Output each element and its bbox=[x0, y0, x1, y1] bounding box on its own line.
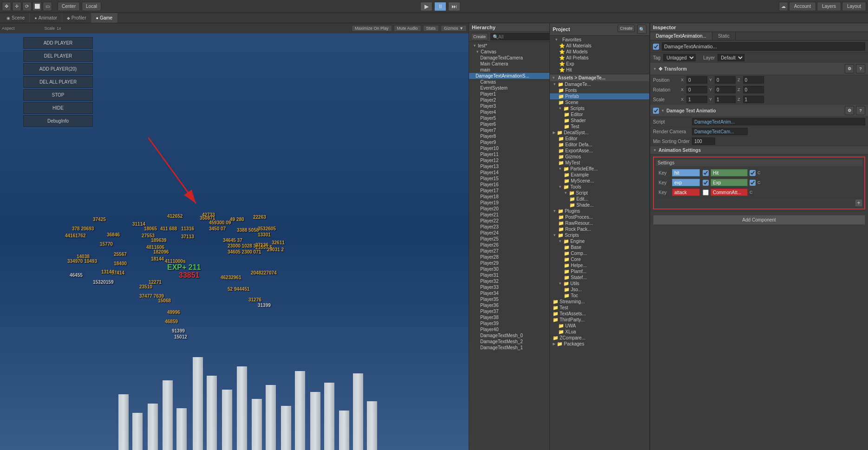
project-comp[interactable]: 📁Comp... bbox=[550, 250, 649, 256]
hierarchy-item-player7[interactable]: Player7 bbox=[469, 127, 549, 133]
favorites-allmod[interactable]: ⭐All Models bbox=[552, 49, 647, 55]
layout-tab[interactable]: Layout bbox=[842, 2, 866, 11]
hierarchy-item-player16[interactable]: Player16 bbox=[469, 182, 549, 188]
project-editor1[interactable]: 📁Editor bbox=[550, 111, 649, 117]
hierarchy-item-player2[interactable]: Player2 bbox=[469, 97, 549, 103]
anim-value-exp[interactable] bbox=[711, 179, 748, 186]
damage-anim-menu-icon[interactable]: ⚙ bbox=[845, 106, 854, 115]
add-player-btn[interactable]: ADD PLAYER bbox=[23, 37, 93, 49]
anim-checkbox-hit[interactable] bbox=[750, 170, 756, 176]
debug-info-btn[interactable]: DebugInfo bbox=[23, 115, 93, 127]
project-streaming[interactable]: 📁Streaming... bbox=[550, 299, 649, 305]
layer-select[interactable]: Default bbox=[718, 54, 744, 61]
min-sort-field[interactable] bbox=[692, 137, 715, 145]
insp-tab-static[interactable]: Static bbox=[712, 32, 736, 40]
project-postproc[interactable]: 📁PostProces... bbox=[550, 214, 649, 220]
anim-settings-section[interactable]: ▼ Animation Settings bbox=[650, 146, 868, 155]
project-uwa[interactable]: 📁UWA bbox=[550, 323, 649, 329]
hierarchy-item-player33[interactable]: Player33 bbox=[469, 284, 549, 290]
hierarchy-item-canvas1[interactable]: ▼Canvas bbox=[469, 49, 549, 55]
project-engine[interactable]: ▼📁Engine bbox=[550, 238, 649, 244]
project-textassets[interactable]: 📁TextAssets... bbox=[550, 311, 649, 317]
favorites-exp[interactable]: ⭐Exp bbox=[552, 61, 647, 67]
position-y[interactable] bbox=[715, 76, 736, 84]
script-field[interactable] bbox=[692, 118, 865, 125]
hierarchy-item-main[interactable]: main bbox=[469, 67, 549, 73]
damage-anim-checkbox[interactable] bbox=[653, 108, 659, 114]
project-core[interactable]: 📁Core bbox=[550, 256, 649, 262]
cloud-icon[interactable]: ☁ bbox=[779, 2, 788, 11]
tab-animator[interactable]: ●Animator bbox=[30, 13, 62, 23]
project-toc[interactable]: 📁Toc bbox=[550, 293, 649, 299]
hierarchy-item-damagemesh0[interactable]: DamageTextMesh_0 bbox=[469, 333, 549, 339]
project-prefab[interactable]: 📁Prefab bbox=[550, 93, 649, 99]
hierarchy-item-player12[interactable]: Player12 bbox=[469, 157, 549, 163]
hierarchy-item-player32[interactable]: Player32 bbox=[469, 278, 549, 284]
move-tool[interactable]: ✛ bbox=[12, 2, 21, 11]
hierarchy-item-player11[interactable]: Player11 bbox=[469, 151, 549, 157]
project-thirdparty[interactable]: 📁ThirdParty... bbox=[550, 317, 649, 323]
hierarchy-item-player38[interactable]: Player38 bbox=[469, 314, 549, 320]
hierarchy-item-player5[interactable]: Player5 bbox=[469, 115, 549, 121]
scale-z[interactable] bbox=[743, 96, 764, 103]
hierarchy-item-player40[interactable]: Player40 bbox=[469, 326, 549, 333]
favorites-allpre[interactable]: ⭐All Prefabs bbox=[552, 55, 647, 61]
project-myscene[interactable]: 📁MyScene... bbox=[550, 178, 649, 184]
project-test1[interactable]: 📁Test bbox=[550, 124, 649, 130]
hierarchy-item-player21[interactable]: Player21 bbox=[469, 212, 549, 218]
hierarchy-item-player15[interactable]: Player15 bbox=[469, 176, 549, 182]
stop-btn[interactable]: STOP bbox=[23, 89, 93, 101]
key-input-attack[interactable] bbox=[672, 189, 700, 196]
tree-root[interactable]: ▼test* bbox=[469, 43, 549, 49]
add-key-btn[interactable]: + bbox=[855, 199, 862, 207]
hierarchy-item-maincamera[interactable]: Main Camera bbox=[469, 61, 549, 67]
hierarchy-item-damagemesh2[interactable]: DamageTextMesh_2 bbox=[469, 339, 549, 345]
hierarchy-item-player8[interactable]: Player8 bbox=[469, 133, 549, 139]
rotation-y[interactable] bbox=[715, 86, 736, 93]
hide-btn[interactable]: HIDE bbox=[23, 102, 93, 114]
project-jso[interactable]: 📁Jso... bbox=[550, 287, 649, 293]
anim-value-attack[interactable] bbox=[711, 189, 748, 196]
rect-tool[interactable]: ▭ bbox=[43, 2, 52, 11]
stats-btn[interactable]: Stats bbox=[423, 25, 439, 32]
position-z[interactable] bbox=[743, 76, 764, 84]
project-mytest[interactable]: 📁MyTest bbox=[550, 160, 649, 166]
project-scripts2[interactable]: ▼📁Scripts bbox=[550, 232, 649, 238]
hierarchy-item-player37[interactable]: Player37 bbox=[469, 308, 549, 314]
project-packages[interactable]: ▶📁Packages bbox=[550, 341, 649, 347]
transform-menu-icon[interactable]: ⚙ bbox=[845, 64, 854, 73]
maximize-btn[interactable]: Maximize On Play bbox=[352, 25, 392, 32]
hierarchy-item-player39[interactable]: Player39 bbox=[469, 320, 549, 326]
favorites-hit[interactable]: ⭐Hit bbox=[552, 67, 647, 73]
anim-value-hit[interactable] bbox=[711, 169, 748, 176]
scale-y[interactable] bbox=[715, 96, 736, 103]
hierarchy-item-damagetextanimset[interactable]: DamageTextAnimationS... bbox=[469, 73, 549, 79]
project-rawresour[interactable]: 📁RawResour... bbox=[550, 220, 649, 226]
hierarchy-item-eventsystem[interactable]: EventSystem bbox=[469, 85, 549, 91]
favorites-header[interactable]: ▼ Favorites bbox=[552, 37, 647, 43]
hierarchy-item-player10[interactable]: Player10 bbox=[469, 145, 549, 151]
project-fonts[interactable]: 📁Fonts bbox=[550, 87, 649, 93]
gizmos-btn[interactable]: Gizmos ▼ bbox=[441, 25, 467, 32]
del-all-player-btn[interactable]: DEL ALL PLAYER bbox=[23, 76, 93, 88]
project-plamf[interactable]: 📁Plamf... bbox=[550, 268, 649, 274]
project-search-icon[interactable]: 🔍 bbox=[637, 25, 646, 34]
hierarchy-item-player3[interactable]: Player3 bbox=[469, 103, 549, 109]
hierarchy-item-player27[interactable]: Player27 bbox=[469, 248, 549, 254]
hierarchy-item-player29[interactable]: Player29 bbox=[469, 260, 549, 266]
hierarchy-item-player14[interactable]: Player14 bbox=[469, 170, 549, 176]
project-example[interactable]: 📁Example bbox=[550, 172, 649, 178]
project-damage[interactable]: ▼📁DamageTe... bbox=[550, 81, 649, 87]
project-rockpack[interactable]: 📁Rock Pack... bbox=[550, 226, 649, 232]
hierarchy-item-player18[interactable]: Player18 bbox=[469, 194, 549, 200]
layers-tab[interactable]: Layers bbox=[817, 2, 841, 11]
scale-tool[interactable]: ⬜ bbox=[33, 2, 42, 11]
step-button[interactable]: ⏭ bbox=[448, 2, 460, 11]
project-script[interactable]: ▼📁Script bbox=[550, 190, 649, 196]
anim-checkbox-exp[interactable] bbox=[750, 180, 756, 186]
mute-btn[interactable]: Mute Audio bbox=[394, 25, 421, 32]
project-shade[interactable]: 📁Shade... bbox=[550, 202, 649, 208]
project-test2[interactable]: 📁Test bbox=[550, 305, 649, 311]
local-btn[interactable]: Local bbox=[82, 2, 101, 11]
project-tools[interactable]: ▼📁Tools bbox=[550, 184, 649, 190]
